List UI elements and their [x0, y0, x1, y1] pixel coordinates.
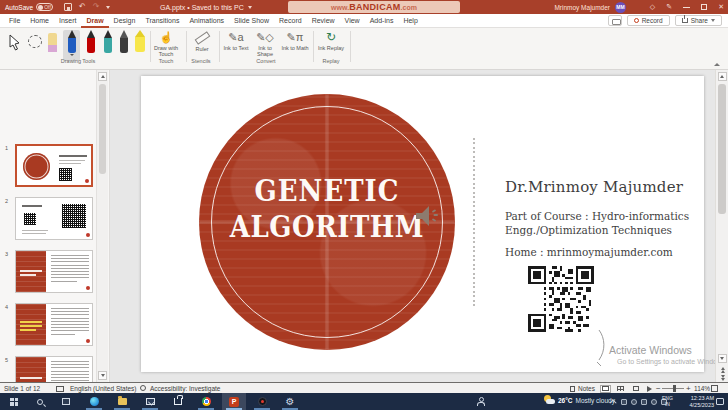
course-line-1[interactable]: Part of Course : Hydro-informatics	[505, 210, 689, 222]
slide-thumbnail-4[interactable]	[15, 303, 93, 346]
slide-1-editing-surface[interactable]: GENETIC ALGORITHM Dr.Mri	[141, 76, 704, 372]
tab-design[interactable]: Design	[109, 14, 141, 28]
tab-home[interactable]: Home	[25, 14, 54, 28]
tab-help[interactable]: Help	[398, 14, 422, 28]
ink-replay-button[interactable]: ↻ Ink Replay	[316, 31, 346, 51]
ribbon-collapse-icon[interactable]	[714, 63, 720, 66]
action-center-icon[interactable]	[716, 398, 724, 405]
undo-icon[interactable]: ↶	[79, 3, 86, 11]
slide-indicator[interactable]: Slide 1 of 12	[4, 385, 40, 392]
document-title[interactable]: GA.pptx • Saved to this PC	[160, 4, 252, 11]
clock[interactable]: 12:23 AM 4/25/2023	[684, 395, 714, 408]
bandicam-taskbar-button[interactable]	[250, 393, 274, 410]
home-url[interactable]: Home : mrinmoymajumder.com	[505, 246, 673, 258]
highlighter-yellow[interactable]	[131, 30, 148, 61]
notes-button[interactable]: Notes	[578, 385, 595, 392]
start-button[interactable]	[2, 393, 26, 410]
people-icon[interactable]	[476, 397, 484, 406]
pen-blue[interactable]	[63, 30, 80, 61]
pen-red[interactable]	[82, 30, 99, 61]
select-tool[interactable]	[8, 34, 21, 55]
scroll-up-icon[interactable]	[718, 72, 727, 81]
tab-addins[interactable]: Add-ins	[365, 14, 399, 28]
slide-thumbnail-2[interactable]	[15, 197, 93, 240]
settings-taskbar-button[interactable]: ⚙	[278, 393, 302, 410]
store-taskbar-button[interactable]	[166, 393, 190, 410]
scrollbar-thumb[interactable]	[718, 84, 726, 214]
search-button[interactable]	[28, 393, 52, 410]
ruler-button[interactable]: Ruler	[188, 31, 216, 52]
coach-icon[interactable]: ◇	[650, 0, 655, 14]
volume-icon[interactable]	[641, 399, 647, 405]
mail-taskbar-button[interactable]	[138, 393, 162, 410]
eraser-tool[interactable]	[48, 33, 57, 52]
scroll-up-icon[interactable]	[98, 72, 107, 81]
language-status[interactable]: English (United States)	[70, 385, 136, 392]
file-explorer-taskbar-button[interactable]	[110, 393, 134, 410]
ink-to-shape-button[interactable]: ✎◇ Ink to Shape	[251, 31, 279, 57]
audio-speaker-icon[interactable]	[415, 202, 441, 234]
scroll-down-icon[interactable]	[718, 354, 727, 363]
tab-view[interactable]: View	[340, 14, 365, 28]
zoom-level[interactable]: 114%	[694, 385, 710, 392]
user-name[interactable]: Mrinmoy Majumder	[554, 4, 610, 11]
qat-customize-icon[interactable]	[106, 6, 110, 9]
minimize-icon[interactable]	[683, 7, 690, 8]
tab-review[interactable]: Review	[307, 14, 340, 28]
pen-black[interactable]	[115, 30, 132, 61]
tab-draw[interactable]: Draw	[81, 14, 108, 28]
hidden-icons-chevron[interactable]	[610, 399, 617, 406]
autosave-switch[interactable]: Off	[36, 3, 53, 11]
avatar[interactable]: MM	[615, 2, 626, 13]
close-icon[interactable]: ✕	[718, 0, 724, 14]
language-switcher[interactable]: ENG IN	[662, 395, 673, 407]
author-name[interactable]: Dr.Mrinmoy Majumder	[505, 178, 683, 196]
ink-to-math-button[interactable]: ✎π Ink to Math	[280, 31, 310, 51]
previous-slide-button[interactable]	[718, 366, 727, 374]
scroll-down-icon[interactable]	[98, 371, 107, 380]
autosave-toggle[interactable]: AutoSave Off	[5, 3, 53, 11]
edge-taskbar-button[interactable]	[82, 393, 106, 410]
tab-animations[interactable]: Animations	[184, 14, 229, 28]
reading-view-button[interactable]	[630, 385, 641, 393]
qr-code[interactable]	[528, 266, 594, 332]
lasso-tool[interactable]	[28, 32, 42, 48]
accessibility-status[interactable]: Accessibility: Investigate	[150, 385, 220, 392]
next-slide-button[interactable]	[718, 374, 727, 382]
maximize-icon[interactable]	[701, 4, 707, 10]
course-line-2[interactable]: Engg./Optimization Techniques	[505, 224, 672, 236]
fit-to-window-icon[interactable]	[711, 385, 718, 392]
tab-file[interactable]: File	[4, 14, 25, 28]
draw-with-touch-button[interactable]: ☝ Draw with Touch	[150, 31, 182, 57]
display-settings-icon[interactable]	[56, 386, 64, 392]
ink-to-text-button[interactable]: ✎a Ink to Text	[222, 31, 250, 51]
tab-record[interactable]: Record	[274, 14, 307, 28]
normal-view-button[interactable]	[600, 385, 611, 393]
record-button[interactable]: Record	[627, 15, 670, 26]
canvas-scrollbar[interactable]	[715, 70, 728, 382]
thumbnail-scrollbar[interactable]	[96, 70, 108, 382]
pen-icon[interactable]: ✎	[666, 0, 672, 14]
share-button[interactable]: Share	[675, 15, 722, 26]
slide-sorter-view-button[interactable]	[615, 385, 626, 393]
powerpoint-taskbar-button[interactable]: P	[222, 393, 246, 410]
slide-thumbnail-3[interactable]	[15, 250, 93, 293]
tab-insert[interactable]: Insert	[54, 14, 82, 28]
comments-button[interactable]	[608, 15, 622, 26]
onedrive-icon[interactable]	[631, 399, 637, 405]
pen-teal[interactable]	[99, 30, 116, 61]
tab-transitions[interactable]: Transitions	[140, 14, 184, 28]
task-view-button[interactable]	[54, 393, 78, 410]
save-icon[interactable]	[64, 3, 72, 11]
zoom-slider-thumb[interactable]	[673, 385, 676, 392]
network-icon[interactable]	[651, 399, 657, 405]
security-shield-icon[interactable]	[621, 399, 627, 405]
zoom-out-button[interactable]: −	[656, 384, 661, 393]
ink-annotation[interactable]	[593, 328, 609, 372]
weather-widget[interactable]: 26°C Mostly cloudy	[544, 395, 615, 405]
zoom-in-button[interactable]: +	[686, 384, 691, 393]
tab-slideshow[interactable]: Slide Show	[229, 14, 274, 28]
slideshow-view-button[interactable]	[644, 385, 655, 393]
slide-thumbnail-1[interactable]	[15, 144, 93, 187]
chrome-taskbar-button[interactable]	[194, 393, 218, 410]
